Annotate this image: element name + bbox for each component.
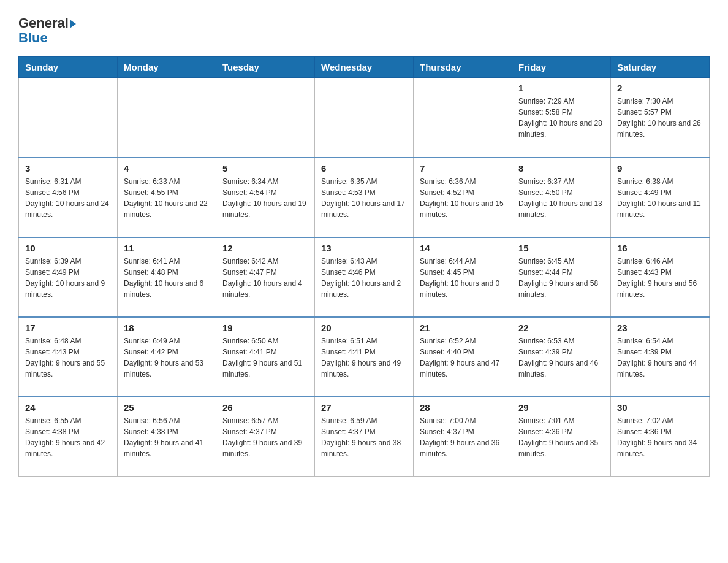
- day-number: 25: [124, 402, 210, 413]
- logo: General Blue: [18, 12, 76, 45]
- day-info: Sunrise: 6:53 AMSunset: 4:39 PMDaylight:…: [518, 335, 604, 380]
- calendar-cell: 21Sunrise: 6:52 AMSunset: 4:40 PMDayligh…: [414, 317, 512, 397]
- page-header: General Blue: [18, 12, 710, 45]
- day-number: 20: [321, 323, 407, 333]
- calendar-cell: 14Sunrise: 6:44 AMSunset: 4:45 PMDayligh…: [414, 237, 512, 317]
- day-number: 15: [518, 243, 604, 253]
- calendar-cell: 20Sunrise: 6:51 AMSunset: 4:41 PMDayligh…: [315, 317, 414, 397]
- day-info: Sunrise: 6:56 AMSunset: 4:38 PMDaylight:…: [124, 415, 210, 459]
- weekday-header-saturday: Saturday: [611, 57, 710, 78]
- day-number: 23: [617, 323, 703, 333]
- calendar-cell: 9Sunrise: 6:38 AMSunset: 4:49 PMDaylight…: [611, 158, 710, 237]
- day-number: 16: [617, 243, 703, 253]
- calendar-cell: 10Sunrise: 6:39 AMSunset: 4:49 PMDayligh…: [19, 237, 118, 317]
- calendar-cell: 17Sunrise: 6:48 AMSunset: 4:43 PMDayligh…: [19, 317, 118, 397]
- calendar-cell: 22Sunrise: 6:53 AMSunset: 4:39 PMDayligh…: [512, 317, 611, 397]
- day-info: Sunrise: 6:51 AMSunset: 4:41 PMDaylight:…: [321, 335, 407, 380]
- day-number: 22: [518, 323, 604, 333]
- calendar-cell: 11Sunrise: 6:41 AMSunset: 4:48 PMDayligh…: [118, 237, 216, 317]
- calendar-cell: 27Sunrise: 6:59 AMSunset: 4:37 PMDayligh…: [315, 397, 414, 477]
- day-info: Sunrise: 6:52 AMSunset: 4:40 PMDaylight:…: [420, 335, 506, 380]
- calendar-week-row: 17Sunrise: 6:48 AMSunset: 4:43 PMDayligh…: [19, 317, 710, 397]
- calendar-cell: 26Sunrise: 6:57 AMSunset: 4:37 PMDayligh…: [216, 397, 315, 477]
- day-info: Sunrise: 6:31 AMSunset: 4:56 PMDaylight:…: [25, 176, 111, 220]
- day-info: Sunrise: 6:55 AMSunset: 4:38 PMDaylight:…: [25, 415, 111, 459]
- day-number: 8: [518, 163, 604, 174]
- day-info: Sunrise: 6:48 AMSunset: 4:43 PMDaylight:…: [25, 335, 111, 380]
- calendar-cell: 30Sunrise: 7:02 AMSunset: 4:36 PMDayligh…: [611, 397, 710, 477]
- logo-arrow-icon: [70, 20, 76, 28]
- day-info: Sunrise: 6:41 AMSunset: 4:48 PMDaylight:…: [124, 256, 210, 300]
- calendar-week-row: 1Sunrise: 7:29 AMSunset: 5:58 PMDaylight…: [19, 78, 710, 158]
- calendar-cell: 16Sunrise: 6:46 AMSunset: 4:43 PMDayligh…: [611, 237, 710, 317]
- calendar-cell: 18Sunrise: 6:49 AMSunset: 4:42 PMDayligh…: [118, 317, 216, 397]
- day-info: Sunrise: 6:50 AMSunset: 4:41 PMDaylight:…: [222, 335, 308, 380]
- day-info: Sunrise: 7:00 AMSunset: 4:37 PMDaylight:…: [420, 415, 506, 459]
- day-info: Sunrise: 6:44 AMSunset: 4:45 PMDaylight:…: [420, 256, 506, 300]
- day-number: 13: [321, 243, 407, 253]
- weekday-header-sunday: Sunday: [19, 57, 118, 78]
- weekday-header-friday: Friday: [512, 57, 611, 78]
- day-info: Sunrise: 6:54 AMSunset: 4:39 PMDaylight:…: [617, 335, 703, 380]
- day-info: Sunrise: 7:01 AMSunset: 4:36 PMDaylight:…: [518, 415, 604, 459]
- day-number: 10: [25, 243, 111, 253]
- day-number: 19: [222, 323, 308, 333]
- calendar-table: SundayMondayTuesdayWednesdayThursdayFrid…: [18, 56, 710, 477]
- day-number: 28: [420, 402, 506, 413]
- day-info: Sunrise: 7:02 AMSunset: 4:36 PMDaylight:…: [617, 415, 703, 459]
- logo-general-text: General: [18, 16, 76, 31]
- weekday-header-monday: Monday: [118, 57, 216, 78]
- day-info: Sunrise: 7:29 AMSunset: 5:58 PMDaylight:…: [518, 96, 604, 140]
- day-info: Sunrise: 6:38 AMSunset: 4:49 PMDaylight:…: [617, 176, 703, 220]
- day-number: 17: [25, 323, 111, 333]
- day-number: 9: [617, 163, 703, 174]
- day-number: 29: [518, 402, 604, 413]
- day-number: 12: [222, 243, 308, 253]
- day-info: Sunrise: 6:35 AMSunset: 4:53 PMDaylight:…: [321, 176, 407, 220]
- calendar-cell: 25Sunrise: 6:56 AMSunset: 4:38 PMDayligh…: [118, 397, 216, 477]
- day-number: 27: [321, 402, 407, 413]
- calendar-cell: [414, 78, 512, 158]
- calendar-cell: 24Sunrise: 6:55 AMSunset: 4:38 PMDayligh…: [19, 397, 118, 477]
- day-number: 21: [420, 323, 506, 333]
- day-info: Sunrise: 6:57 AMSunset: 4:37 PMDaylight:…: [222, 415, 308, 459]
- day-info: Sunrise: 7:30 AMSunset: 5:57 PMDaylight:…: [617, 96, 703, 140]
- calendar-cell: 23Sunrise: 6:54 AMSunset: 4:39 PMDayligh…: [611, 317, 710, 397]
- weekday-header-thursday: Thursday: [414, 57, 512, 78]
- day-info: Sunrise: 6:49 AMSunset: 4:42 PMDaylight:…: [124, 335, 210, 380]
- calendar-cell: [118, 78, 216, 158]
- weekday-header-wednesday: Wednesday: [315, 57, 414, 78]
- day-info: Sunrise: 6:37 AMSunset: 4:50 PMDaylight:…: [518, 176, 604, 220]
- calendar-week-row: 3Sunrise: 6:31 AMSunset: 4:56 PMDaylight…: [19, 158, 710, 237]
- calendar-cell: 2Sunrise: 7:30 AMSunset: 5:57 PMDaylight…: [611, 78, 710, 158]
- calendar-week-row: 10Sunrise: 6:39 AMSunset: 4:49 PMDayligh…: [19, 237, 710, 317]
- calendar-cell: 15Sunrise: 6:45 AMSunset: 4:44 PMDayligh…: [512, 237, 611, 317]
- day-info: Sunrise: 6:43 AMSunset: 4:46 PMDaylight:…: [321, 256, 407, 300]
- day-info: Sunrise: 6:42 AMSunset: 4:47 PMDaylight:…: [222, 256, 308, 300]
- day-number: 2: [617, 83, 703, 93]
- day-number: 30: [617, 402, 703, 413]
- day-number: 3: [25, 163, 111, 174]
- day-info: Sunrise: 6:59 AMSunset: 4:37 PMDaylight:…: [321, 415, 407, 459]
- logo-blue-text: Blue: [18, 31, 48, 45]
- calendar-cell: 4Sunrise: 6:33 AMSunset: 4:55 PMDaylight…: [118, 158, 216, 237]
- calendar-header-row: SundayMondayTuesdayWednesdayThursdayFrid…: [19, 57, 710, 78]
- weekday-header-tuesday: Tuesday: [216, 57, 315, 78]
- calendar-cell: [19, 78, 118, 158]
- day-number: 7: [420, 163, 506, 174]
- calendar-cell: 13Sunrise: 6:43 AMSunset: 4:46 PMDayligh…: [315, 237, 414, 317]
- calendar-cell: [315, 78, 414, 158]
- day-info: Sunrise: 6:45 AMSunset: 4:44 PMDaylight:…: [518, 256, 604, 300]
- day-info: Sunrise: 6:39 AMSunset: 4:49 PMDaylight:…: [25, 256, 111, 300]
- day-number: 14: [420, 243, 506, 253]
- calendar-cell: 1Sunrise: 7:29 AMSunset: 5:58 PMDaylight…: [512, 78, 611, 158]
- day-number: 18: [124, 323, 210, 333]
- calendar-cell: 19Sunrise: 6:50 AMSunset: 4:41 PMDayligh…: [216, 317, 315, 397]
- day-number: 4: [124, 163, 210, 174]
- calendar-cell: 29Sunrise: 7:01 AMSunset: 4:36 PMDayligh…: [512, 397, 611, 477]
- calendar-cell: [216, 78, 315, 158]
- day-info: Sunrise: 6:36 AMSunset: 4:52 PMDaylight:…: [420, 176, 506, 220]
- calendar-cell: 12Sunrise: 6:42 AMSunset: 4:47 PMDayligh…: [216, 237, 315, 317]
- calendar-cell: 5Sunrise: 6:34 AMSunset: 4:54 PMDaylight…: [216, 158, 315, 237]
- day-info: Sunrise: 6:46 AMSunset: 4:43 PMDaylight:…: [617, 256, 703, 300]
